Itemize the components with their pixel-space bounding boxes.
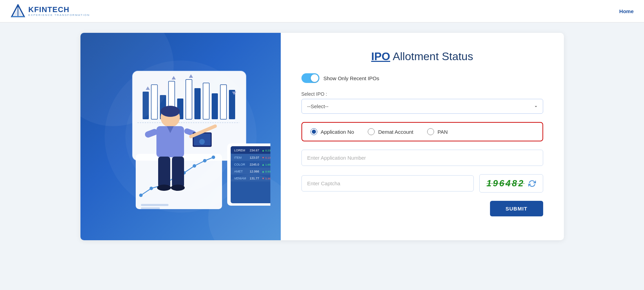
toggle-slider bbox=[301, 73, 319, 83]
main-card: LOREM 234.67 ▲ 0.234 ITEM 123.07 ▼ 0.134… bbox=[80, 33, 564, 240]
logo: KFINTECH EXPERIENCE TRANSFORMATION bbox=[10, 4, 90, 18]
svg-text:AMET: AMET bbox=[234, 170, 243, 173]
ipo-title-part: IPO bbox=[371, 50, 390, 63]
header: KFINTECH EXPERIENCE TRANSFORMATION Home bbox=[0, 0, 644, 22]
logo-icon bbox=[10, 4, 26, 18]
svg-rect-16 bbox=[212, 93, 218, 119]
svg-point-47 bbox=[139, 194, 143, 197]
radio-pan-input[interactable] bbox=[427, 128, 434, 135]
svg-text:ITEM: ITEM bbox=[234, 156, 242, 159]
captcha-box: 196482 bbox=[479, 174, 543, 193]
recent-ipo-toggle[interactable] bbox=[301, 73, 319, 83]
radio-pan[interactable]: PAN bbox=[427, 128, 448, 135]
ipo-select-dropdown[interactable]: --Select-- bbox=[301, 99, 543, 114]
svg-point-52 bbox=[193, 164, 196, 168]
toggle-row: Show Only Recent IPOs bbox=[301, 73, 543, 83]
svg-point-53 bbox=[203, 159, 206, 162]
toggle-label: Show Only Recent IPOs bbox=[324, 75, 379, 81]
svg-rect-13 bbox=[186, 79, 192, 119]
svg-point-69 bbox=[171, 185, 185, 191]
captcha-row: 196482 bbox=[301, 174, 543, 193]
svg-point-68 bbox=[157, 185, 171, 191]
svg-text:131.77: 131.77 bbox=[250, 177, 259, 180]
svg-rect-42 bbox=[231, 175, 270, 181]
main-content: LOREM 234.67 ▲ 0.234 ITEM 123.07 ▼ 0.134… bbox=[0, 22, 644, 251]
svg-rect-67 bbox=[172, 157, 184, 188]
title-rest: Allotment Status bbox=[390, 50, 473, 63]
radio-demat-input[interactable] bbox=[368, 128, 375, 135]
svg-text:234.67: 234.67 bbox=[250, 149, 259, 152]
illustration-panel: LOREM 234.67 ▲ 0.234 ITEM 123.07 ▼ 0.134… bbox=[80, 33, 281, 240]
svg-text:12.066: 12.066 bbox=[250, 170, 259, 173]
form-panel: IPO Allotment Status Show Only Recent IP… bbox=[281, 33, 564, 240]
svg-rect-17 bbox=[220, 85, 227, 119]
svg-rect-55 bbox=[141, 204, 169, 206]
svg-text:▲ 0.234: ▲ 0.234 bbox=[262, 149, 270, 152]
logo-tagline: EXPERIENCE TRANSFORMATION bbox=[28, 13, 90, 17]
radio-demat-account[interactable]: Demat Account bbox=[368, 128, 413, 135]
page-title: IPO Allotment Status bbox=[301, 50, 543, 63]
svg-rect-8 bbox=[143, 92, 149, 119]
captcha-input[interactable] bbox=[301, 175, 474, 191]
illustration-svg: LOREM 234.67 ▲ 0.234 ITEM 123.07 ▼ 0.134… bbox=[91, 50, 270, 223]
radio-application-no-label: Application No bbox=[321, 129, 354, 135]
captcha-refresh-button[interactable] bbox=[528, 180, 536, 187]
logo-name: KFINTECH bbox=[28, 6, 90, 13]
svg-point-65 bbox=[199, 139, 205, 144]
svg-text:COLOR: COLOR bbox=[234, 163, 246, 166]
radio-application-no-input[interactable] bbox=[310, 128, 317, 135]
svg-text:LOREM: LOREM bbox=[234, 149, 245, 152]
select-ipo-label: Select IPO : bbox=[301, 91, 543, 97]
svg-text:2245.0: 2245.0 bbox=[250, 163, 259, 166]
submit-button[interactable]: SUBMIT bbox=[490, 201, 543, 216]
svg-rect-66 bbox=[158, 157, 170, 188]
nav-home-link[interactable]: Home bbox=[619, 8, 634, 14]
svg-marker-19 bbox=[146, 86, 150, 90]
logo-text: KFINTECH EXPERIENCE TRANSFORMATION bbox=[28, 6, 90, 17]
svg-rect-14 bbox=[194, 88, 201, 119]
svg-text:▼ 1.366: ▼ 1.366 bbox=[262, 177, 270, 180]
refresh-icon bbox=[528, 180, 536, 187]
svg-text:▼ 0.134: ▼ 0.134 bbox=[262, 156, 270, 159]
radio-demat-label: Demat Account bbox=[378, 129, 413, 135]
svg-text:▲ 1.654: ▲ 1.654 bbox=[262, 163, 270, 166]
submit-row: SUBMIT bbox=[301, 201, 543, 216]
application-number-input[interactable] bbox=[301, 150, 543, 166]
radio-pan-label: PAN bbox=[438, 129, 448, 135]
svg-rect-15 bbox=[203, 83, 209, 119]
svg-text:123.07: 123.07 bbox=[250, 156, 259, 159]
radio-group: Application No Demat Account PAN bbox=[301, 122, 543, 141]
svg-text:VENIAM: VENIAM bbox=[234, 177, 246, 180]
svg-rect-9 bbox=[151, 85, 157, 119]
radio-application-no[interactable]: Application No bbox=[310, 128, 354, 135]
svg-text:▲ 0.934: ▲ 0.934 bbox=[262, 170, 270, 173]
svg-point-58 bbox=[161, 106, 180, 117]
svg-rect-56 bbox=[141, 207, 160, 209]
svg-point-48 bbox=[150, 187, 153, 190]
select-ipo-group: Select IPO : --Select-- bbox=[301, 91, 543, 114]
captcha-value: 196482 bbox=[487, 178, 525, 189]
svg-point-54 bbox=[212, 156, 215, 159]
